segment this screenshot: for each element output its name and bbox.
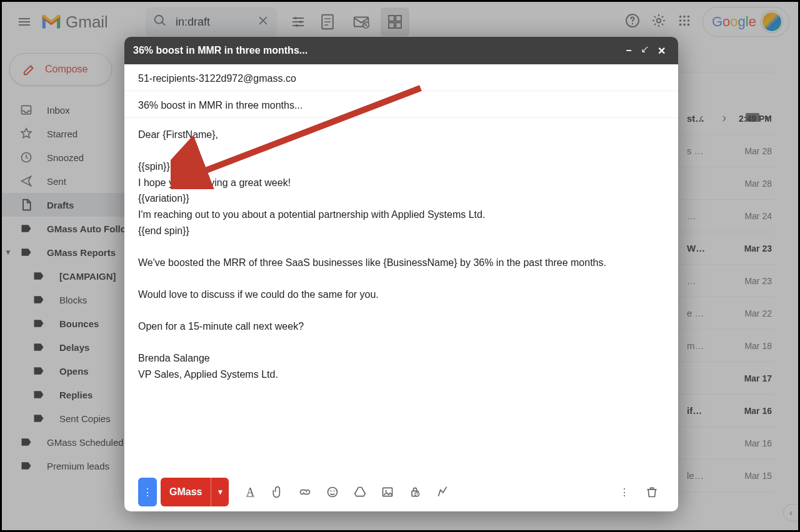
search-icon[interactable] [153,14,167,30]
svg-point-22 [688,24,690,26]
signature-icon[interactable] [430,480,455,505]
send-options-button[interactable]: ⋮ [138,478,157,506]
compose-dialog: 36% boost in MMR in three months... − ✕ … [124,37,678,511]
app-header: Gmail in:draft Google [2,2,798,42]
inbox-icon [19,103,33,117]
attach-icon[interactable] [265,480,290,505]
svg-point-12 [632,23,633,24]
format-text-icon[interactable]: A [238,480,262,505]
svg-point-14 [679,16,682,18]
dialog-title: 36% boost in MMR in three months... [133,45,621,56]
svg-point-27 [331,490,332,491]
to-field[interactable]: 51-recipients-3122d972@gmass.co [124,64,678,91]
image-icon[interactable] [375,480,400,505]
svg-point-30 [386,490,388,492]
gmail-logo[interactable]: Gmail [41,12,108,32]
compose-label: Compose [45,64,88,75]
label-icon [19,459,33,473]
more-options-icon[interactable]: ⋮ [612,480,637,505]
message-body[interactable]: Dear {FirstName}, {{spin}}I hope you're … [124,118,678,473]
expand-caret-icon[interactable]: ▼ [2,248,14,257]
label-icon [19,222,33,235]
svg-rect-9 [389,22,394,28]
multi-send-icon[interactable] [381,7,409,36]
svg-point-21 [683,24,686,26]
sheet-connect-icon[interactable] [313,7,342,36]
discard-icon[interactable] [639,480,664,505]
label-icon [19,435,33,449]
close-icon[interactable]: ✕ [653,45,669,57]
label-icon [32,293,46,307]
subject-field[interactable]: 36% boost in MMR in three months... [124,91,678,118]
search-bar[interactable]: in:draft [146,7,277,36]
gmail-label: Gmail [66,12,108,32]
settings-icon[interactable] [651,13,666,31]
support-icon[interactable] [625,13,640,31]
svg-point-18 [683,19,686,22]
star-icon [19,127,33,140]
confidential-icon[interactable] [402,480,428,505]
compose-button[interactable]: Compose [9,53,112,86]
apps-icon[interactable] [678,14,691,30]
side-panel-toggle[interactable]: ‹ [783,504,798,521]
svg-point-15 [683,16,686,18]
link-icon[interactable] [292,480,318,505]
svg-point-20 [679,24,682,26]
drive-icon[interactable] [348,480,372,505]
search-input[interactable]: in:draft [176,16,257,29]
label-icon [32,340,46,354]
avatar[interactable] [761,11,782,32]
gmass-send-button[interactable]: GMass ▼ [161,478,229,506]
dialog-toolbar: ⋮ GMass ▼ A ⋮ [124,473,678,511]
svg-point-16 [688,16,690,18]
svg-point-28 [334,490,335,491]
svg-rect-10 [396,22,401,28]
svg-point-2 [296,24,298,27]
svg-point-13 [657,19,661,22]
label-icon [32,411,46,425]
svg-rect-7 [389,16,394,21]
main-menu-icon[interactable] [17,14,32,29]
verify-email-icon[interactable] [347,7,376,36]
dialog-titlebar[interactable]: 36% boost in MMR in three months... − ✕ [124,37,678,64]
svg-point-19 [688,19,690,22]
account-switcher[interactable]: Google [702,7,789,37]
label-icon [32,269,46,283]
clock-icon [19,150,33,164]
gmass-dropdown-icon[interactable]: ▼ [211,488,229,496]
svg-point-17 [679,19,682,22]
svg-rect-8 [396,16,401,21]
svg-point-26 [328,488,338,497]
clear-search-icon[interactable] [257,14,269,29]
label-icon [19,245,33,259]
label-icon [32,364,46,378]
label-icon [32,317,46,330]
popout-icon[interactable] [637,45,653,56]
search-options-icon[interactable] [291,14,306,29]
svg-point-0 [294,17,297,19]
label-icon [32,388,46,401]
emoji-icon[interactable] [320,480,345,505]
sent-icon [19,174,33,188]
drafts-icon [19,198,33,212]
svg-point-1 [299,21,302,23]
minimize-icon[interactable]: − [621,45,637,56]
